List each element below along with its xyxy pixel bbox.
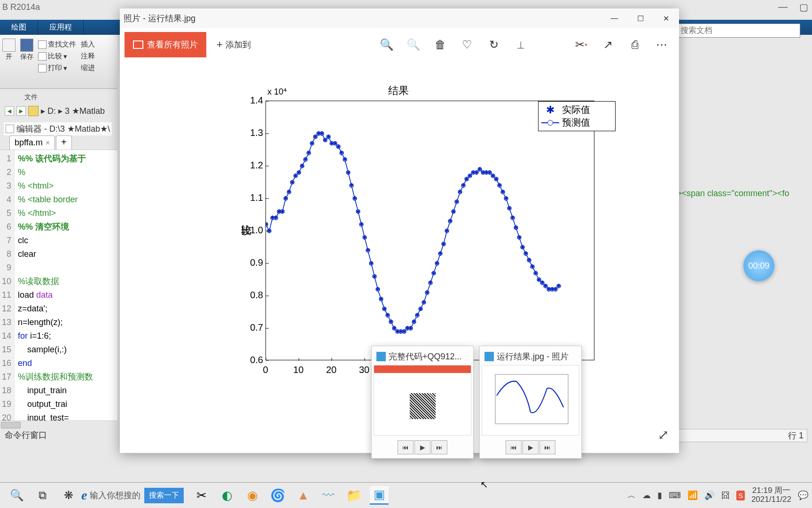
tray-keyboard-icon[interactable]: ⌨ xyxy=(669,490,681,500)
compare-label[interactable]: 比较 xyxy=(48,52,62,61)
code-editor[interactable]: 1234567891011121314151617181920 %% 该代码为基… xyxy=(0,150,117,423)
thumb-1[interactable]: 完整代码+QQ912... ⏮ ▶ ⏭ xyxy=(371,346,474,459)
next-button[interactable]: ⏭ xyxy=(539,440,555,454)
zoom-in-icon[interactable]: 🔍 xyxy=(374,33,399,56)
svg-text:✱: ✱ xyxy=(556,283,561,289)
svg-text:✱: ✱ xyxy=(379,296,383,302)
resize-handle-icon[interactable]: ⤢ xyxy=(658,427,669,443)
minimize-button[interactable]: — xyxy=(601,8,627,28)
insert-label[interactable]: 插入 xyxy=(81,40,95,49)
search-docs-input[interactable] xyxy=(678,25,799,36)
app-firefox-icon[interactable]: ◉ xyxy=(243,486,262,505)
svg-text:✱: ✱ xyxy=(372,273,377,280)
close-tab-icon[interactable]: × xyxy=(46,139,50,147)
app-swirl-icon[interactable]: 🌀 xyxy=(268,486,287,505)
indent-label[interactable]: 缩进 xyxy=(81,64,95,72)
svg-rect-193 xyxy=(495,374,568,424)
edit-icon[interactable]: ✂▾ xyxy=(568,33,594,56)
svg-text:✱: ✱ xyxy=(287,189,291,195)
tray-sogou-icon[interactable]: S xyxy=(736,491,745,500)
svg-text:✱: ✱ xyxy=(336,143,341,150)
svg-text:✱: ✱ xyxy=(290,179,295,186)
bc-folder[interactable]: 3 ★Matlab xyxy=(65,106,105,116)
svg-text:✱: ✱ xyxy=(497,182,502,189)
bc-drive[interactable]: D: xyxy=(47,106,56,116)
view-all-photos-button[interactable]: 查看所有照片 xyxy=(125,32,206,57)
search-button[interactable]: 搜索一下 xyxy=(144,488,184,503)
app-whale-icon[interactable]: 〰 xyxy=(319,486,338,505)
qr-icon xyxy=(410,393,436,419)
taskbar-search[interactable]: e 输入你想搜的 xyxy=(81,488,141,503)
svg-text:✱: ✱ xyxy=(533,270,538,277)
app-explorer-icon[interactable]: 📁 xyxy=(344,486,363,505)
ie-icon: e xyxy=(81,488,87,503)
svg-text:✱: ✱ xyxy=(273,214,278,221)
add-to-button[interactable]: + 添加到 xyxy=(210,32,258,57)
prev-button[interactable]: ⏮ xyxy=(506,440,522,454)
svg-text:✱: ✱ xyxy=(280,208,285,215)
favorite-icon[interactable]: ♡ xyxy=(454,33,480,56)
maximize-icon[interactable]: ▢ xyxy=(799,1,808,13)
tab-apps[interactable]: 应用程 xyxy=(38,20,84,35)
open-icon[interactable] xyxy=(2,39,16,52)
save-icon[interactable] xyxy=(20,39,33,52)
prev-button[interactable]: ⏮ xyxy=(398,440,414,454)
tray-lang-icon[interactable]: 囧 xyxy=(721,490,730,501)
comment-label[interactable]: 注释 xyxy=(81,52,95,61)
app-photos-icon[interactable]: ▣ xyxy=(370,486,389,505)
close-button[interactable]: ✕ xyxy=(653,8,679,28)
crop-icon[interactable]: ⟂ xyxy=(508,33,533,56)
taskbar-clock[interactable]: 21:19 周一 2021/11/22 xyxy=(751,486,791,504)
fwd-icon[interactable]: ► xyxy=(16,106,26,116)
rotate-icon[interactable]: ↻ xyxy=(481,33,507,56)
play-button[interactable]: ▶ xyxy=(523,440,539,454)
back-icon[interactable]: ◄ xyxy=(5,106,14,116)
svg-text:✱: ✱ xyxy=(425,289,429,296)
tray-battery-icon[interactable]: ▮ xyxy=(657,490,662,500)
folder-icon[interactable] xyxy=(28,106,39,116)
next-button[interactable]: ⏭ xyxy=(431,440,447,454)
tab-plot[interactable]: 绘图 xyxy=(0,20,38,35)
delete-icon[interactable]: 🗑 xyxy=(427,33,453,56)
thumb-title-0: 完整代码+QQ912... xyxy=(389,351,462,362)
svg-text:✱: ✱ xyxy=(418,306,423,312)
tray-cloud-icon[interactable]: ☁ xyxy=(642,490,651,500)
system-tray: ︿ ☁ ▮ ⌨ 📶 🔊 囧 S 21:19 周一 2021/11/22 💬 xyxy=(627,486,808,504)
horizontal-scrollbar[interactable] xyxy=(0,421,117,429)
svg-text:✱: ✱ xyxy=(283,195,288,202)
share-icon[interactable]: ↗ xyxy=(595,33,621,56)
plus-icon: + xyxy=(217,39,223,51)
zoom-out-icon[interactable]: 🔍 xyxy=(400,33,426,56)
tray-volume-icon[interactable]: 🔊 xyxy=(704,490,715,500)
print-label[interactable]: 打印 xyxy=(48,64,62,72)
print-icon[interactable] xyxy=(38,64,47,72)
svg-text:✱: ✱ xyxy=(359,221,364,228)
svg-text:✱: ✱ xyxy=(306,150,311,156)
print-icon[interactable]: ⎙ xyxy=(622,33,648,56)
timer-badge[interactable]: 00:09 xyxy=(743,250,774,281)
thumb-2[interactable]: 运行结果.jpg - 照片 ⏮ ▶ ⏭ xyxy=(479,346,582,459)
minimize-icon[interactable]: — xyxy=(778,1,788,13)
tray-wifi-icon[interactable]: 📶 xyxy=(687,490,698,500)
svg-text:✱: ✱ xyxy=(514,224,518,231)
play-button[interactable]: ▶ xyxy=(414,440,430,454)
app-matlab-icon[interactable]: ▲ xyxy=(294,486,312,505)
add-tab-button[interactable]: + xyxy=(56,135,72,150)
file-tab-bpffa[interactable]: bpffa.m × xyxy=(9,135,55,150)
task-view-icon[interactable]: ⧉ xyxy=(30,484,55,507)
find-files-icon[interactable] xyxy=(38,40,47,49)
tray-up-icon[interactable]: ︿ xyxy=(627,490,636,501)
compare-icon[interactable] xyxy=(38,52,47,61)
editor-icon xyxy=(6,125,14,133)
app-fan-icon[interactable]: ❋ xyxy=(55,484,81,507)
find-files-label[interactable]: 查找文件 xyxy=(48,40,76,49)
app-edge-icon[interactable]: ◐ xyxy=(218,486,236,505)
maximize-button[interactable]: ☐ xyxy=(627,8,653,28)
more-icon[interactable]: ⋯ xyxy=(648,33,674,56)
svg-text:✱: ✱ xyxy=(422,299,426,306)
svg-text:✱: ✱ xyxy=(266,221,268,228)
start-search-icon[interactable]: 🔍 xyxy=(4,484,30,507)
app-snip-icon[interactable]: ✂ xyxy=(192,486,211,505)
matlab-toolbar: 开 保存 查找文件 比较▾ 打印▾ 插入 注释 缩进 xyxy=(0,35,117,89)
tray-notifications-icon[interactable]: 💬 xyxy=(798,490,808,500)
